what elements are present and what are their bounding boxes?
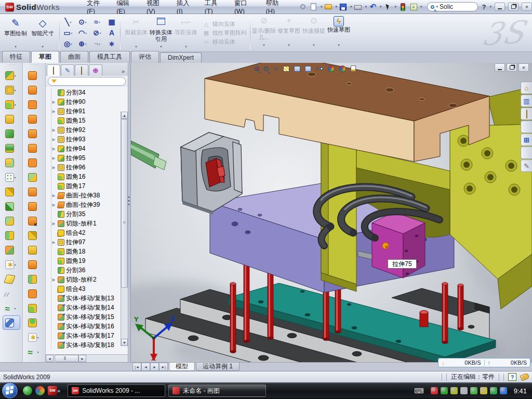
model-tab[interactable]: 运动算例 1 [196,363,240,371]
menu-item[interactable]: 插入(I) [177,0,192,15]
tree-item[interactable]: ▶ 拉伸94 [51,144,128,153]
expand-arrow-icon[interactable]: ▶ [51,109,56,114]
toolbar-button[interactable] [5,184,18,199]
expand-arrow-icon[interactable]: ▶ [51,193,56,198]
tab-nav-button[interactable]: |◄ [132,363,141,371]
sketch-entity-button[interactable]: A [104,28,119,38]
tree-item[interactable]: ▶ 拉伸91 [51,107,128,116]
tree-item[interactable]: ▶ 拉伸93 [51,135,128,144]
tab-nav-button[interactable]: ►| [159,363,168,371]
toolbar-button[interactable] [28,141,41,155]
tree-item[interactable]: ▶ 实体-移动/复制17 [51,331,128,340]
pin-icon[interactable] [298,3,308,11]
sketch-entity-button[interactable]: ≈ [90,17,104,28]
expand-arrow-icon[interactable]: ▶ [51,128,56,132]
quick-launch-icon[interactable] [23,386,32,395]
tree-item[interactable]: ▶ 组合42 [51,228,128,237]
toolbar-button[interactable] [28,68,41,83]
toolbar-button[interactable] [5,97,18,112]
toolbar-button[interactable] [5,199,18,214]
command-tab[interactable]: DimXpert [160,52,202,63]
toolbar-button[interactable] [5,243,18,257]
toolbar-button[interactable] [28,184,41,199]
toolbar-button[interactable] [28,315,41,330]
ribbon-stack-button[interactable]: △ 镜向实体 [203,20,247,28]
toolbar-button[interactable] [5,126,18,141]
toolbar-button[interactable] [5,286,18,301]
expand-arrow-icon[interactable]: ▶ [51,147,56,151]
toolbar-button[interactable] [28,330,41,344]
open-button[interactable] [324,3,333,11]
tree-item[interactable]: ▶ 圆角15 [51,116,128,125]
dropdown-arrow-icon[interactable] [15,307,18,310]
panel-tabs-overflow[interactable]: » [119,68,127,76]
search-input[interactable]: ▾ Solic [427,2,478,11]
tree-item[interactable]: ▶ 曲面-拉伸38 [51,191,128,200]
quick-launch-icon[interactable] [35,386,45,395]
tree-item[interactable]: ▶ 分割34 [51,88,128,97]
tree-item[interactable]: ▶ 曲面-拉伸39 [51,200,128,209]
model-tab[interactable]: 模型 [169,363,195,371]
sketch-entity-button[interactable]: ∗ [104,38,119,49]
menu-item[interactable]: 文件(F) [87,0,104,15]
tree-item[interactable]: ▶ 组合43 [51,284,128,294]
expand-arrow-icon[interactable]: ▶ [51,156,56,161]
task-pane-tab[interactable] [521,147,532,159]
quick-launch-icon[interactable]: SW [48,386,57,395]
toolbar-button[interactable] [5,83,18,97]
sketch-entity-button[interactable]: ⊘ [90,28,104,38]
hud-button[interactable] [305,66,312,72]
doc-close-button[interactable]: × [518,63,529,72]
doc-minimize-button[interactable] [495,63,505,72]
hud-button[interactable] [339,65,347,72]
toolbar-button[interactable] [28,243,41,257]
command-tab[interactable]: 评估 [131,51,159,63]
toolbar-button[interactable] [28,83,41,97]
tree-item[interactable]: ▶ 实体-移动/复制18 [51,340,128,350]
toolbar-button[interactable] [28,112,41,126]
ribbon-button[interactable]: ⌐⌐ 等距实体 ▾ [174,16,198,50]
hud-button[interactable] [255,66,260,71]
sketch-entity-button[interactable]: ⊕ [75,38,90,49]
tray-icon[interactable] [460,387,468,394]
task-pane-tab[interactable] [521,121,532,133]
toolbar-button[interactable] [28,257,41,272]
expand-arrow-icon[interactable]: ▶ [51,221,56,226]
tray-icon[interactable] [480,387,487,394]
dropdown-arrow-icon[interactable] [37,350,41,354]
tray-icon[interactable] [441,387,448,394]
scroll-thumb[interactable] [121,119,128,288]
menu-item[interactable]: 视图(V) [147,0,164,15]
minimize-button[interactable] [495,3,505,11]
panel-tab[interactable] [61,64,74,76]
toolbar-button[interactable] [28,228,41,243]
tree-item[interactable]: ▶ 圆角19 [51,256,128,265]
scroll-down-button[interactable]: ▼ [121,339,128,346]
tree-item[interactable]: ▶ 分割36 [51,265,128,275]
restore-button[interactable] [508,3,518,11]
tree-item[interactable]: ▶ 实体-移动/复制13 [51,294,128,303]
menu-item[interactable]: 窗口(W) [234,0,254,15]
dropdown-arrow-icon[interactable] [15,103,18,107]
sketch-entity-button[interactable]: ¬ [90,38,104,49]
task-pane-tab[interactable] [521,108,532,120]
toolbar-button[interactable] [5,272,18,286]
task-pane-tab[interactable] [521,159,532,172]
ribbon-stack-button[interactable]: ▦ 线性草图阵列 [203,29,247,37]
tray-icon[interactable] [500,387,507,394]
toolbar-button[interactable] [5,228,18,243]
undo-button[interactable]: ↶ [368,3,378,11]
toolbar-button[interactable] [28,199,41,214]
toolbar-button[interactable] [5,155,18,170]
panel-tab[interactable] [47,64,60,76]
dropdown-arrow-icon[interactable]: ▾ [185,45,187,49]
panel-tab[interactable] [75,64,88,76]
rebuild-button[interactable] [398,3,407,11]
dropdown-arrow-icon[interactable] [15,176,18,179]
toolbar-button[interactable] [3,315,20,330]
command-tab[interactable]: 特征 [2,51,30,63]
toolbar-button[interactable] [5,301,18,315]
menu-item[interactable]: 工具(T) [205,0,222,15]
ribbon-button[interactable]: 转换实体引用 ▾ [149,16,174,50]
tray-icon[interactable] [490,387,497,394]
